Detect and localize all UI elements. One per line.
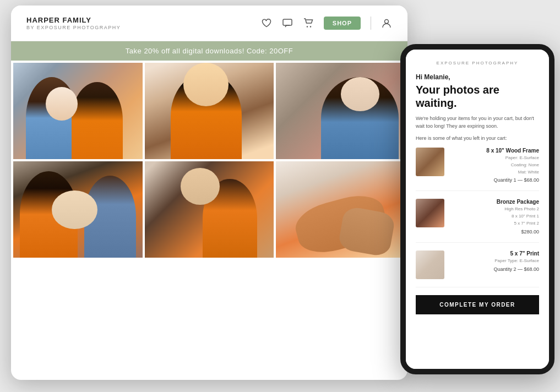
favorites-icon[interactable] (261, 18, 272, 29)
tablet-device: HARPER FAMILY BY EXPOSURE PHOTOGRAPHY (11, 6, 407, 380)
phone-studio-name: EXPOSURE PHOTOGRAPHY (416, 61, 539, 66)
cart-item-2-details: Bronze Package High Res Photo 2 8 x 10" … (450, 199, 539, 234)
phone-headline: Your photos are waiting. (416, 83, 539, 110)
complete-order-button[interactable]: COMPLETE MY ORDER (416, 295, 539, 314)
photo-1[interactable] (13, 63, 143, 159)
phone-subheading: Here is some of what you left in your ca… (416, 135, 539, 141)
cart-item-1-meta-3: Mat: White (450, 169, 539, 176)
cart-item-1-meta-2: Coating: None (450, 162, 539, 169)
cart-item-1-meta-1: Paper: E-Surface (450, 155, 539, 162)
cart-item-3-meta: Paper Type: E-Surface (450, 258, 539, 265)
cart-item-2-meta: High Res Photo 2 8 x 10" Print 1 5 x 7" … (450, 206, 539, 227)
cart-item-2: Bronze Package High Res Photo 2 8 x 10" … (416, 199, 539, 242)
svg-rect-0 (283, 19, 292, 25)
cart-item-3-name: 5 x 7" Print (450, 251, 539, 257)
cart-item-2-name: Bronze Package (450, 199, 539, 205)
phone-device: EXPOSURE PHOTOGRAPHY Hi Melanie, Your ph… (400, 44, 554, 374)
promo-banner: Take 20% off all digital downloads! Code… (11, 41, 407, 61)
cart-item-1-name: 8 x 10" Wood Frame (450, 148, 539, 154)
messages-icon[interactable] (282, 18, 293, 29)
cart-item-2-thumbnail (416, 199, 444, 227)
photo-4[interactable] (13, 161, 143, 258)
svg-point-2 (310, 26, 311, 27)
shop-button[interactable]: SHOP (324, 17, 361, 30)
photo-3[interactable] (276, 63, 405, 159)
cart-item-3-details: 5 x 7" Print Paper Type: E-Surface Quant… (450, 251, 539, 272)
photo-2[interactable] (145, 63, 274, 159)
phone-screen: EXPOSURE PHOTOGRAPHY Hi Melanie, Your ph… (406, 50, 549, 369)
cart-item-2-price: $280.00 (450, 229, 539, 235)
photo-5[interactable] (145, 161, 274, 258)
cart-item-1-details: 8 x 10" Wood Frame Paper: E-Surface Coat… (450, 148, 539, 183)
cart-item-2-meta-1: High Res Photo 2 (450, 206, 539, 213)
brand-subtitle: BY EXPOSURE PHOTOGRAPHY (26, 25, 121, 30)
cart-item-2-meta-2: 8 x 10" Print 1 (450, 213, 539, 220)
cart-item-1-price: Quantity 1 — $68.00 (450, 177, 539, 183)
cart-item-2-meta-3: 5 x 7" Print 2 (450, 220, 539, 227)
photo-grid (11, 61, 407, 377)
cart-item-3-meta-1: Paper Type: E-Surface (450, 258, 539, 265)
cart-item-1: 8 x 10" Wood Frame Paper: E-Surface Coat… (416, 148, 539, 191)
nav-icons: SHOP (261, 17, 392, 30)
phone-body-text: We're holding your items for you in your… (416, 115, 539, 130)
user-icon[interactable] (381, 18, 392, 29)
promo-text: Take 20% off all digital downloads! Code… (126, 47, 293, 55)
navbar: HARPER FAMILY BY EXPOSURE PHOTOGRAPHY (11, 6, 407, 41)
cart-item-3: 5 x 7" Print Paper Type: E-Surface Quant… (416, 251, 539, 287)
cart-item-3-price: Quantity 2 — $68.00 (450, 266, 539, 272)
nav-divider (371, 17, 371, 30)
cart-item-3-thumbnail (416, 251, 444, 279)
svg-point-3 (385, 20, 389, 24)
brand-title: HARPER FAMILY (26, 16, 121, 25)
brand: HARPER FAMILY BY EXPOSURE PHOTOGRAPHY (26, 16, 121, 30)
cart-item-1-meta: Paper: E-Surface Coating: None Mat: Whit… (450, 155, 539, 176)
phone-greeting: Hi Melanie, (416, 73, 539, 81)
photo-6[interactable] (276, 161, 405, 258)
cart-icon[interactable] (303, 18, 314, 29)
svg-point-1 (307, 26, 308, 27)
cart-item-1-thumbnail (416, 148, 444, 176)
